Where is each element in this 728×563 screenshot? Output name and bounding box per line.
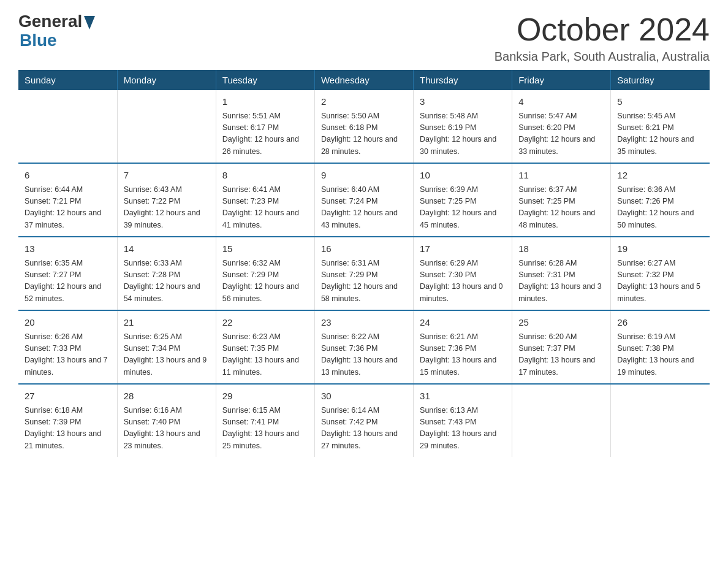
day-number: 11 xyxy=(518,169,604,183)
weekday-header-friday: Friday xyxy=(512,70,611,90)
day-info: Sunrise: 6:15 AMSunset: 7:41 PMDaylight:… xyxy=(222,405,308,453)
day-number: 2 xyxy=(321,95,407,109)
day-number: 3 xyxy=(420,95,506,109)
day-info: Sunrise: 6:32 AMSunset: 7:29 PMDaylight:… xyxy=(222,258,308,305)
calendar-cell: 20Sunrise: 6:26 AMSunset: 7:33 PMDayligh… xyxy=(18,310,117,384)
day-number: 29 xyxy=(222,389,308,404)
calendar-cell xyxy=(512,384,611,457)
calendar-cell: 21Sunrise: 6:25 AMSunset: 7:34 PMDayligh… xyxy=(117,310,216,384)
calendar-cell: 24Sunrise: 6:21 AMSunset: 7:36 PMDayligh… xyxy=(414,310,512,384)
day-info: Sunrise: 6:41 AMSunset: 7:23 PMDaylight:… xyxy=(222,184,308,232)
calendar-cell: 4Sunrise: 5:47 AMSunset: 6:20 PMDaylight… xyxy=(512,90,611,163)
day-info: Sunrise: 6:37 AMSunset: 7:25 PMDaylight:… xyxy=(518,184,604,232)
day-info: Sunrise: 6:28 AMSunset: 7:31 PMDaylight:… xyxy=(518,258,604,305)
day-number: 25 xyxy=(518,316,604,330)
calendar-cell: 2Sunrise: 5:50 AMSunset: 6:18 PMDaylight… xyxy=(314,90,413,163)
calendar-cell xyxy=(18,90,117,163)
calendar-header-row: SundayMondayTuesdayWednesdayThursdayFrid… xyxy=(18,70,710,90)
calendar-cell: 23Sunrise: 6:22 AMSunset: 7:36 PMDayligh… xyxy=(314,310,413,384)
calendar-cell: 29Sunrise: 6:15 AMSunset: 7:41 PMDayligh… xyxy=(216,384,314,457)
logo-blue-text: Blue xyxy=(20,31,57,50)
day-number: 18 xyxy=(518,242,604,256)
day-info: Sunrise: 6:44 AMSunset: 7:21 PMDaylight:… xyxy=(25,184,111,232)
calendar-week-row: 20Sunrise: 6:26 AMSunset: 7:33 PMDayligh… xyxy=(18,310,710,384)
day-info: Sunrise: 6:18 AMSunset: 7:39 PMDaylight:… xyxy=(25,405,111,453)
day-number: 28 xyxy=(124,389,210,404)
calendar-cell: 12Sunrise: 6:36 AMSunset: 7:26 PMDayligh… xyxy=(611,163,710,237)
weekday-header-sunday: Sunday xyxy=(18,70,117,90)
day-info: Sunrise: 5:45 AMSunset: 6:21 PMDaylight:… xyxy=(617,110,703,158)
weekday-header-tuesday: Tuesday xyxy=(216,70,314,90)
calendar-cell: 22Sunrise: 6:23 AMSunset: 7:35 PMDayligh… xyxy=(216,310,314,384)
day-info: Sunrise: 6:29 AMSunset: 7:30 PMDaylight:… xyxy=(420,258,506,305)
calendar-cell: 11Sunrise: 6:37 AMSunset: 7:25 PMDayligh… xyxy=(512,163,611,237)
weekday-header-monday: Monday xyxy=(117,70,216,90)
calendar-cell xyxy=(611,384,710,457)
day-number: 1 xyxy=(222,95,308,109)
calendar-cell: 10Sunrise: 6:39 AMSunset: 7:25 PMDayligh… xyxy=(414,163,512,237)
day-number: 20 xyxy=(25,316,111,330)
calendar-cell: 3Sunrise: 5:48 AMSunset: 6:19 PMDaylight… xyxy=(414,90,512,163)
calendar-week-row: 13Sunrise: 6:35 AMSunset: 7:27 PMDayligh… xyxy=(18,237,710,310)
calendar-cell: 31Sunrise: 6:13 AMSunset: 7:43 PMDayligh… xyxy=(414,384,512,457)
day-info: Sunrise: 6:36 AMSunset: 7:26 PMDaylight:… xyxy=(617,184,703,232)
logo-general-text: General xyxy=(18,12,82,31)
calendar-cell: 26Sunrise: 6:19 AMSunset: 7:38 PMDayligh… xyxy=(611,310,710,384)
day-info: Sunrise: 6:33 AMSunset: 7:28 PMDaylight:… xyxy=(124,258,210,305)
month-year-title: October 2024 xyxy=(495,12,710,47)
weekday-header-wednesday: Wednesday xyxy=(314,70,413,90)
calendar-cell: 27Sunrise: 6:18 AMSunset: 7:39 PMDayligh… xyxy=(18,384,117,457)
calendar-cell: 5Sunrise: 5:45 AMSunset: 6:21 PMDaylight… xyxy=(611,90,710,163)
day-number: 15 xyxy=(222,242,308,256)
logo: General Blue xyxy=(18,12,95,50)
calendar-cell: 18Sunrise: 6:28 AMSunset: 7:31 PMDayligh… xyxy=(512,237,611,310)
weekday-header-saturday: Saturday xyxy=(611,70,710,90)
day-info: Sunrise: 6:35 AMSunset: 7:27 PMDaylight:… xyxy=(25,258,111,305)
day-info: Sunrise: 5:51 AMSunset: 6:17 PMDaylight:… xyxy=(222,110,308,158)
svg-marker-0 xyxy=(84,16,95,29)
day-number: 31 xyxy=(420,389,506,404)
calendar-cell: 9Sunrise: 6:40 AMSunset: 7:24 PMDaylight… xyxy=(314,163,413,237)
day-number: 5 xyxy=(617,95,703,109)
weekday-header-thursday: Thursday xyxy=(414,70,512,90)
calendar-cell: 28Sunrise: 6:16 AMSunset: 7:40 PMDayligh… xyxy=(117,384,216,457)
day-number: 30 xyxy=(321,389,407,404)
logo-triangle-icon xyxy=(84,16,95,32)
day-info: Sunrise: 6:31 AMSunset: 7:29 PMDaylight:… xyxy=(321,258,407,305)
calendar-cell: 30Sunrise: 6:14 AMSunset: 7:42 PMDayligh… xyxy=(314,384,413,457)
day-info: Sunrise: 6:16 AMSunset: 7:40 PMDaylight:… xyxy=(124,405,210,453)
day-number: 16 xyxy=(321,242,407,256)
page-header: General Blue October 2024 Banksia Park, … xyxy=(18,12,710,64)
day-number: 21 xyxy=(124,316,210,330)
day-info: Sunrise: 6:26 AMSunset: 7:33 PMDaylight:… xyxy=(25,331,111,379)
day-info: Sunrise: 6:23 AMSunset: 7:35 PMDaylight:… xyxy=(222,331,308,379)
day-info: Sunrise: 6:25 AMSunset: 7:34 PMDaylight:… xyxy=(124,331,210,379)
calendar-cell: 19Sunrise: 6:27 AMSunset: 7:32 PMDayligh… xyxy=(611,237,710,310)
day-number: 4 xyxy=(518,95,604,109)
calendar-table: SundayMondayTuesdayWednesdayThursdayFrid… xyxy=(18,70,710,457)
day-number: 19 xyxy=(617,242,703,256)
day-info: Sunrise: 6:20 AMSunset: 7:37 PMDaylight:… xyxy=(518,331,604,379)
day-number: 6 xyxy=(25,169,111,183)
day-number: 24 xyxy=(420,316,506,330)
day-info: Sunrise: 5:48 AMSunset: 6:19 PMDaylight:… xyxy=(420,110,506,158)
day-number: 8 xyxy=(222,169,308,183)
day-number: 10 xyxy=(420,169,506,183)
day-number: 27 xyxy=(25,389,111,404)
day-number: 9 xyxy=(321,169,407,183)
day-info: Sunrise: 6:22 AMSunset: 7:36 PMDaylight:… xyxy=(321,331,407,379)
day-number: 17 xyxy=(420,242,506,256)
day-number: 26 xyxy=(617,316,703,330)
day-number: 22 xyxy=(222,316,308,330)
calendar-cell: 8Sunrise: 6:41 AMSunset: 7:23 PMDaylight… xyxy=(216,163,314,237)
day-number: 7 xyxy=(124,169,210,183)
calendar-week-row: 6Sunrise: 6:44 AMSunset: 7:21 PMDaylight… xyxy=(18,163,710,237)
calendar-cell: 16Sunrise: 6:31 AMSunset: 7:29 PMDayligh… xyxy=(314,237,413,310)
day-info: Sunrise: 6:40 AMSunset: 7:24 PMDaylight:… xyxy=(321,184,407,232)
calendar-cell: 7Sunrise: 6:43 AMSunset: 7:22 PMDaylight… xyxy=(117,163,216,237)
calendar-cell: 13Sunrise: 6:35 AMSunset: 7:27 PMDayligh… xyxy=(18,237,117,310)
calendar-cell: 15Sunrise: 6:32 AMSunset: 7:29 PMDayligh… xyxy=(216,237,314,310)
calendar-cell xyxy=(117,90,216,163)
day-info: Sunrise: 6:13 AMSunset: 7:43 PMDaylight:… xyxy=(420,405,506,453)
calendar-week-row: 27Sunrise: 6:18 AMSunset: 7:39 PMDayligh… xyxy=(18,384,710,457)
